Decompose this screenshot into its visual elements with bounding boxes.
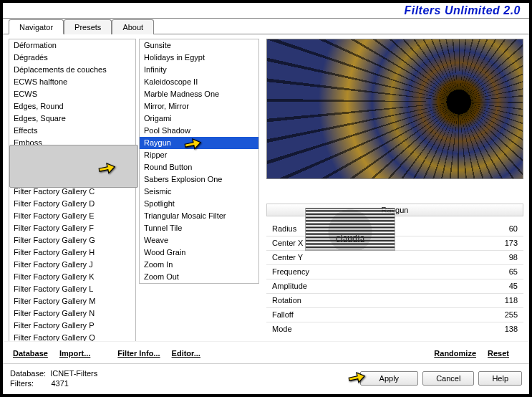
filter-item[interactable]: Weave [140, 234, 258, 247]
category-item[interactable]: Filter Factory Gallery F [9, 222, 135, 234]
filter-item[interactable]: Seismic [140, 186, 258, 198]
param-row[interactable]: Center X173 [266, 236, 523, 250]
filter-item[interactable]: Spotlight [140, 198, 258, 210]
filter-item[interactable]: Marble Madness One [140, 88, 258, 100]
category-item[interactable]: Edges, Round [9, 100, 135, 113]
category-item[interactable]: Filter Factory Gallery N [9, 307, 135, 320]
param-row[interactable]: Amplitude45 [266, 279, 523, 293]
param-label: Falloff [272, 309, 294, 321]
filter-item[interactable]: Zoom Out [140, 271, 258, 283]
category-item[interactable]: Effects [9, 125, 135, 137]
param-value: 138 [505, 323, 518, 335]
filter-item[interactable]: Raygun [140, 137, 258, 149]
filters-count: 4371 [51, 379, 68, 388]
filter-item[interactable]: Mirror, Mirror [140, 100, 258, 113]
filter-item[interactable]: Triangular Mosaic Filter [140, 210, 258, 222]
filter-item[interactable]: Zoom In [140, 259, 258, 271]
param-label: Rotation [272, 295, 301, 307]
param-label: Center X [272, 237, 303, 249]
param-row[interactable]: Rotation118 [266, 293, 523, 307]
param-label: Radius [272, 223, 296, 235]
link-row: Database Import... Filter Info... Editor… [3, 341, 529, 363]
editor-link[interactable]: Editor... [168, 348, 205, 359]
param-row[interactable]: Falloff255 [266, 307, 523, 322]
filter-item[interactable]: Wood Grain [140, 247, 258, 259]
param-value: 255 [505, 309, 518, 321]
import-link[interactable]: Import... [55, 348, 95, 359]
reset-link[interactable]: Reset [483, 348, 513, 359]
footer: Database: ICNET-Filters Filters: 4371 Ap… [3, 363, 529, 394]
tab-presets[interactable]: Presets [64, 19, 112, 34]
param-label: Center Y [272, 252, 303, 264]
param-value: 60 [509, 223, 518, 235]
main-area: DéformationDégradésDéplacements de couch… [3, 34, 529, 341]
filter-item[interactable]: Origami [140, 113, 258, 125]
app-window: Filters Unlimited 2.0 NavigatorPresetsAb… [0, 0, 532, 397]
category-item[interactable]: Filter Factory Gallery M [9, 295, 135, 307]
titlebar: Filters Unlimited 2.0 [3, 3, 529, 19]
param-row[interactable]: Frequency65 [266, 264, 523, 279]
filter-item[interactable]: Gunsite [140, 39, 258, 52]
filter-item[interactable]: Kaleidoscope II [140, 76, 258, 88]
tabs: NavigatorPresetsAbout [3, 19, 529, 34]
param-value: 98 [509, 252, 518, 264]
filter-list[interactable]: GunsiteHolidays in EgyptInfinityKaleidos… [139, 39, 259, 284]
param-label: Frequency [272, 266, 309, 278]
app-title: Filters Unlimited 2.0 [404, 4, 521, 17]
category-item[interactable]: Filter Factory Gallery K [9, 271, 135, 283]
filter-name-label: Raygun [266, 204, 523, 216]
param-value: 45 [509, 280, 518, 292]
category-item[interactable]: Filter Factory Gallery P [9, 320, 135, 332]
category-list[interactable]: DéformationDégradésDéplacements de couch… [9, 39, 136, 341]
category-item[interactable]: Déformation [9, 39, 135, 52]
category-item[interactable]: Dégradés [9, 52, 135, 64]
category-item[interactable]: ECWS halftone [9, 76, 135, 88]
param-value: 173 [505, 237, 518, 249]
param-row[interactable]: Mode138 [266, 322, 523, 336]
tab-about[interactable]: About [112, 19, 154, 34]
param-label: Mode [272, 323, 292, 335]
category-item[interactable]: Edges, Square [9, 113, 135, 125]
param-value: 65 [509, 266, 518, 278]
category-item[interactable]: Filter Factory Gallery J [9, 259, 135, 271]
help-button[interactable]: Help [478, 371, 522, 386]
filter-item[interactable]: Sabers Explosion One [140, 173, 258, 186]
category-item[interactable]: Filter Factory Gallery H [9, 247, 135, 259]
category-item[interactable]: Filter Factory Gallery Q [9, 332, 135, 341]
param-label: Amplitude [272, 280, 307, 292]
parameter-list: Radius60Center X173Center Y98Frequency65… [266, 222, 523, 341]
param-value: 118 [505, 295, 518, 307]
category-item[interactable]: Filter Factory Gallery G [9, 234, 135, 247]
cancel-button[interactable]: Cancel [422, 371, 474, 386]
filter-item[interactable]: Ripper [140, 149, 258, 161]
footer-meta: Database: ICNET-Filters Filters: 4371 [10, 368, 97, 388]
filter-item[interactable]: Round Button [140, 161, 258, 173]
filter-info-link[interactable]: Filter Info... [113, 348, 164, 359]
preview-image [266, 39, 523, 179]
apply-button[interactable]: Apply [360, 371, 419, 386]
category-item[interactable]: Déplacements de couches [9, 64, 135, 76]
category-item[interactable]: Filter Factory Gallery D [9, 198, 135, 210]
tab-navigator[interactable]: Navigator [9, 19, 64, 34]
randomize-link[interactable]: Randomize [430, 348, 480, 359]
filter-item[interactable]: Pool Shadow [140, 125, 258, 137]
filter-item[interactable]: Infinity [140, 64, 258, 76]
filters-label: Filters: [10, 379, 34, 388]
db-label: Database: [10, 369, 46, 378]
param-row[interactable]: Radius60 [266, 222, 523, 236]
filter-item[interactable]: Holidays in Egypt [140, 52, 258, 64]
database-link[interactable]: Database [9, 348, 52, 359]
scrollbar-thumb[interactable] [9, 145, 138, 188]
category-item[interactable]: Filter Factory Gallery L [9, 283, 135, 295]
category-item[interactable]: ECWS [9, 88, 135, 100]
category-item[interactable]: Filter Factory Gallery E [9, 210, 135, 222]
db-value: ICNET-Filters [50, 369, 97, 378]
filter-item[interactable]: Tunnel Tile [140, 222, 258, 234]
preview-panel: Raygun Radius60Center X173Center Y98Freq… [263, 39, 523, 341]
param-row[interactable]: Center Y98 [266, 250, 523, 264]
